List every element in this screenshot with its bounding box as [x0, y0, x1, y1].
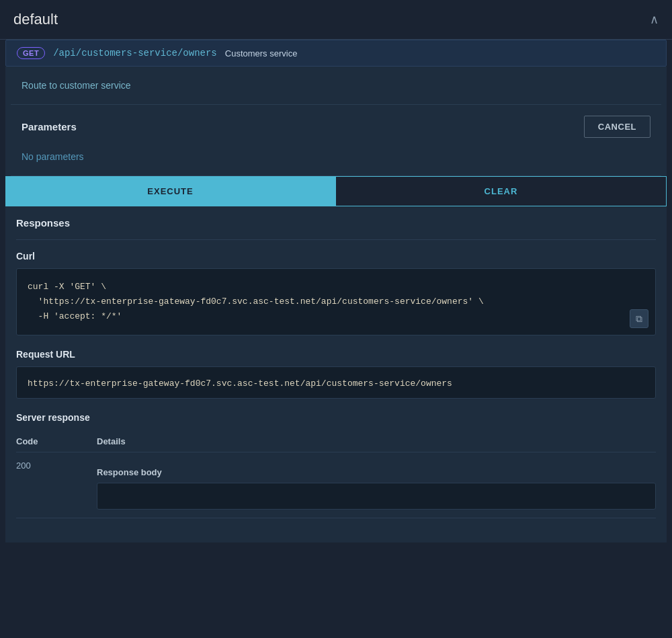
response-details: Response body: [97, 452, 656, 518]
response-table: Code Details 200 Response body: [16, 431, 656, 518]
page-container: default ∧ GET /api/customers-service/own…: [0, 0, 672, 638]
responses-title: Responses: [16, 217, 656, 240]
header: default ∧: [0, 0, 672, 40]
request-url-section: Request URL https://tx-enterprise-gatewa…: [16, 349, 656, 399]
endpoint-description: Customers service: [225, 48, 298, 58]
curl-code: curl -X 'GET' \ 'https://tx-enterprise-g…: [28, 280, 644, 324]
col-code: Code: [16, 431, 97, 452]
no-parameters-text: No parameters: [22, 149, 650, 165]
server-response-section: Server response Code Details 200 Respons…: [16, 412, 656, 518]
curl-label: Curl: [16, 251, 656, 262]
response-body-box: [97, 483, 656, 510]
url-text: https://tx-enterprise-gateway-fd0c7.svc.…: [28, 378, 452, 389]
collapse-icon[interactable]: ∧: [650, 12, 659, 27]
response-code: 200: [16, 452, 97, 518]
parameters-title: Parameters: [22, 121, 77, 132]
curl-section: Curl curl -X 'GET' \ 'https://tx-enterpr…: [16, 251, 656, 335]
execute-button[interactable]: EXECUTE: [5, 176, 335, 206]
table-row: 200 Response body: [16, 452, 656, 518]
request-url-label: Request URL: [16, 349, 656, 360]
response-body-label: Response body: [97, 467, 656, 477]
copy-icon[interactable]: ⧉: [630, 309, 648, 328]
parameters-header: Parameters CANCEL: [22, 116, 650, 138]
page-title: default: [13, 11, 58, 28]
endpoint-path: /api/customers-service/owners: [53, 48, 217, 58]
method-badge: GET: [17, 47, 45, 59]
action-buttons: EXECUTE CLEAR: [5, 176, 667, 206]
route-description: Route to customer service: [11, 67, 661, 105]
parameters-section: Parameters CANCEL No parameters: [11, 105, 661, 176]
col-details: Details: [97, 431, 656, 452]
main-content: Route to customer service Parameters CAN…: [5, 67, 667, 176]
endpoint-bar: GET /api/customers-service/owners Custom…: [5, 40, 667, 67]
responses-section: Responses Curl curl -X 'GET' \ 'https://…: [5, 206, 667, 543]
clear-button[interactable]: CLEAR: [335, 176, 667, 206]
cancel-button[interactable]: CANCEL: [584, 116, 650, 138]
url-block: https://tx-enterprise-gateway-fd0c7.svc.…: [16, 366, 656, 399]
curl-code-block: curl -X 'GET' \ 'https://tx-enterprise-g…: [16, 268, 656, 335]
server-response-title: Server response: [16, 412, 656, 423]
